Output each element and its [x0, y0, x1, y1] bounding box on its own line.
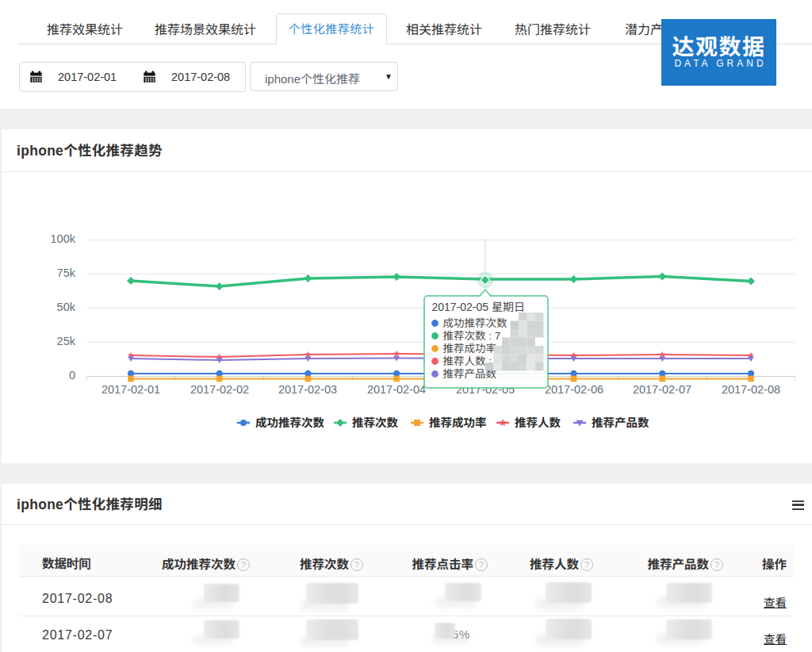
- svg-text:100k: 100k: [51, 232, 76, 245]
- svg-text:75k: 75k: [57, 267, 76, 279]
- svg-text:成功推荐次数: 成功推荐次数: [255, 416, 324, 429]
- svg-text:推荐次数: 推荐次数: [352, 416, 398, 429]
- svg-text:2017-02-02: 2017-02-02: [190, 383, 249, 396]
- svg-text:成功推荐次数 :: 成功推荐次数 :: [443, 317, 514, 329]
- svg-text:2017-02-05 星期日: 2017-02-05 星期日: [432, 301, 526, 313]
- svg-text:推荐成功率: 推荐成功率: [443, 343, 497, 355]
- svg-text:推荐成功率: 推荐成功率: [429, 416, 487, 429]
- svg-text:2017-02-06: 2017-02-06: [545, 383, 603, 396]
- svg-text:2017-02-03: 2017-02-03: [278, 383, 337, 396]
- svg-text:2017-02-01: 2017-02-01: [102, 383, 160, 396]
- svg-text:2017-02-08: 2017-02-08: [722, 383, 780, 396]
- svg-text:推荐次数 : 7: 推荐次数 : 7: [443, 330, 501, 342]
- svg-text:0: 0: [69, 369, 75, 382]
- svg-text:2017-02-07: 2017-02-07: [633, 383, 691, 396]
- svg-text:推荐人数 :: 推荐人数 :: [443, 355, 492, 367]
- svg-text:50k: 50k: [57, 301, 76, 313]
- svg-text:推荐产品数: 推荐产品数: [592, 416, 649, 429]
- svg-text:2017-02-04: 2017-02-04: [367, 383, 426, 396]
- svg-text:推荐人数: 推荐人数: [515, 416, 561, 429]
- svg-text:25k: 25k: [57, 335, 76, 347]
